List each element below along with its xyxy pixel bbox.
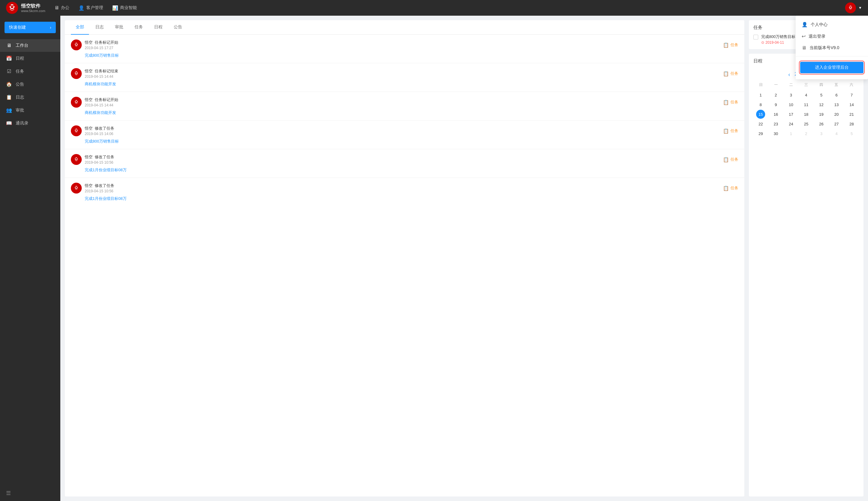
cal-day[interactable]: 27 bbox=[832, 119, 841, 128]
calendar-icon: 📅 bbox=[6, 55, 12, 61]
cal-day[interactable]: 20 bbox=[832, 110, 841, 119]
cal-day[interactable]: 1 bbox=[756, 90, 765, 99]
cal-day[interactable]: 9 bbox=[771, 100, 780, 109]
cal-day[interactable]: 2 bbox=[771, 90, 780, 99]
tab-schedule[interactable]: 日程 bbox=[149, 20, 167, 35]
cal-day[interactable]: 13 bbox=[832, 100, 841, 109]
cal-day[interactable]: 4 bbox=[802, 90, 811, 99]
cal-day[interactable]: 7 bbox=[847, 90, 856, 99]
svg-point-54 bbox=[75, 186, 76, 187]
tab-approval[interactable]: 审批 bbox=[110, 20, 128, 35]
chevron-down-icon[interactable]: ▼ bbox=[858, 6, 862, 10]
log-icon: 📋 bbox=[6, 94, 12, 100]
cal-weekday: 四 bbox=[814, 81, 829, 89]
cal-day[interactable]: 4 bbox=[832, 129, 841, 138]
cal-day[interactable]: 5 bbox=[817, 90, 826, 99]
feed-link[interactable]: 商机模块功能开发 bbox=[85, 110, 738, 116]
task-due-date: 2019-04-11 bbox=[765, 40, 784, 45]
cal-day[interactable]: 8 bbox=[756, 100, 765, 109]
user-avatar-top[interactable] bbox=[845, 2, 856, 13]
cal-day[interactable]: 17 bbox=[786, 110, 796, 119]
cal-day[interactable]: 18 bbox=[802, 110, 811, 119]
sidebar-log-label: 日志 bbox=[16, 95, 24, 100]
task-tag-icon: 📋 bbox=[723, 128, 729, 134]
cal-day[interactable]: 12 bbox=[817, 100, 826, 109]
feed-link[interactable]: 完成1月份业绩目标08万 bbox=[85, 167, 738, 173]
cal-day[interactable]: 16 bbox=[771, 110, 780, 119]
feed-link[interactable]: 商机模块功能开发 bbox=[85, 82, 738, 87]
task-tag-icon: 📋 bbox=[723, 71, 729, 77]
cal-day[interactable]: 29 bbox=[756, 129, 765, 138]
cal-day[interactable]: 23 bbox=[771, 119, 780, 128]
right-panel: 任务 完成800万销售目标 ⊙ 2019-04-11 日程 + 创建 ‹ 201… bbox=[749, 20, 864, 497]
cal-day[interactable]: 30 bbox=[771, 129, 780, 138]
nav-bi[interactable]: 📊 商业智能 bbox=[112, 5, 137, 11]
cal-day[interactable]: 6 bbox=[832, 90, 841, 99]
sidebar-item-task[interactable]: ☑ 任务 bbox=[0, 65, 60, 78]
sidebar-schedule-label: 日程 bbox=[16, 56, 24, 61]
cal-day[interactable]: 25 bbox=[802, 119, 811, 128]
dropdown-logout[interactable]: ↩ 退出登录 bbox=[796, 30, 868, 42]
feed-tag: 📋 任务 bbox=[723, 128, 738, 134]
quick-create-button[interactable]: 快速创建 › bbox=[4, 22, 56, 33]
tab-task[interactable]: 任务 bbox=[130, 20, 148, 35]
cal-weekday: 三 bbox=[798, 81, 814, 89]
chart-icon: 📊 bbox=[112, 5, 118, 11]
logout-label: 退出登录 bbox=[808, 34, 825, 39]
cal-day[interactable]: 26 bbox=[817, 119, 826, 128]
nav-office[interactable]: 🖥 办公 bbox=[54, 5, 70, 11]
cal-day[interactable]: 28 bbox=[847, 119, 856, 128]
cal-day[interactable]: 5 bbox=[847, 129, 856, 138]
sidebar-menu: 🖥 工作台 📅 日程 ☑ 任务 🏠 公告 📋 日志 👥 审批 bbox=[0, 39, 60, 130]
svg-point-55 bbox=[77, 186, 78, 187]
calendar-grid: 日一二三四五六 12345678910111213141516171819202… bbox=[753, 81, 859, 138]
feed-link[interactable]: 完成800万销售目标 bbox=[85, 53, 738, 58]
avatar-icon bbox=[73, 127, 80, 135]
sidebar-approval-label: 审批 bbox=[16, 108, 24, 113]
task-tag-icon: 📋 bbox=[723, 185, 729, 191]
svg-point-13 bbox=[851, 6, 852, 7]
sidebar-item-workbench[interactable]: 🖥 工作台 bbox=[0, 39, 60, 52]
nav-customer[interactable]: 👤 客户管理 bbox=[78, 5, 103, 11]
cal-day[interactable]: 24 bbox=[786, 119, 796, 128]
cal-day[interactable]: 1 bbox=[786, 129, 796, 138]
cal-day[interactable]: 15 bbox=[756, 110, 765, 119]
cal-day[interactable]: 3 bbox=[817, 129, 826, 138]
dropdown-profile[interactable]: 👤 个人中心 bbox=[796, 19, 868, 30]
sidebar-item-log[interactable]: 📋 日志 bbox=[0, 91, 60, 104]
cal-day[interactable]: 3 bbox=[786, 90, 796, 99]
tab-all[interactable]: 全部 bbox=[71, 20, 89, 35]
sidebar-item-schedule[interactable]: 📅 日程 bbox=[0, 52, 60, 65]
cal-day[interactable]: 11 bbox=[802, 100, 811, 109]
avatar-icon bbox=[73, 98, 80, 106]
tab-log[interactable]: 日志 bbox=[91, 20, 108, 35]
sidebar-menu-toggle[interactable]: ☰ bbox=[0, 485, 60, 501]
cal-day[interactable]: 2 bbox=[802, 129, 811, 138]
tab-notice[interactable]: 公告 bbox=[169, 20, 187, 35]
cal-day[interactable]: 22 bbox=[756, 119, 765, 128]
cal-day[interactable]: 21 bbox=[847, 110, 856, 119]
home-icon: 🏠 bbox=[6, 82, 12, 87]
feed-user-info: 悟空 任务标记开始 2019-04-15 14:44 bbox=[85, 97, 118, 107]
task-checkbox[interactable] bbox=[753, 35, 758, 40]
svg-point-41 bbox=[77, 129, 78, 130]
sidebar-item-contacts[interactable]: 📖 通讯录 bbox=[0, 117, 60, 130]
svg-point-19 bbox=[75, 43, 76, 44]
svg-point-40 bbox=[75, 129, 76, 130]
sidebar-item-notice[interactable]: 🏠 公告 bbox=[0, 78, 60, 91]
feed-link[interactable]: 完成800万销售目标 bbox=[85, 139, 738, 144]
feed-header: 悟空 任务标记结束 2019-04-15 14:44 📋 任务 bbox=[71, 68, 738, 79]
logo-sub: www.5kcrm.com bbox=[21, 9, 45, 13]
sidebar-item-approval[interactable]: 👥 审批 bbox=[0, 104, 60, 117]
feed-link[interactable]: 完成1月份业绩目标08万 bbox=[85, 196, 738, 201]
cal-day[interactable]: 14 bbox=[847, 100, 856, 109]
enterprise-btn[interactable]: 进入企业管理后台 bbox=[800, 62, 864, 73]
prev-month-btn[interactable]: ‹ bbox=[788, 72, 790, 77]
feed-user: 悟空 修改了任务 2019-04-15 10:56 bbox=[71, 154, 114, 165]
version-label: 当前版本号V9.0 bbox=[809, 45, 839, 51]
logo[interactable]: 悟空软件 www.5kcrm.com bbox=[6, 2, 45, 14]
feed-list: 悟空 任务标记开始 2019-04-15 17:27 📋 任务 完成800万销售… bbox=[65, 35, 744, 497]
cal-day[interactable]: 19 bbox=[817, 110, 826, 119]
cal-day[interactable]: 10 bbox=[786, 100, 796, 109]
feed-item: 悟空 任务标记开始 2019-04-15 17:27 📋 任务 完成800万销售… bbox=[65, 35, 744, 63]
